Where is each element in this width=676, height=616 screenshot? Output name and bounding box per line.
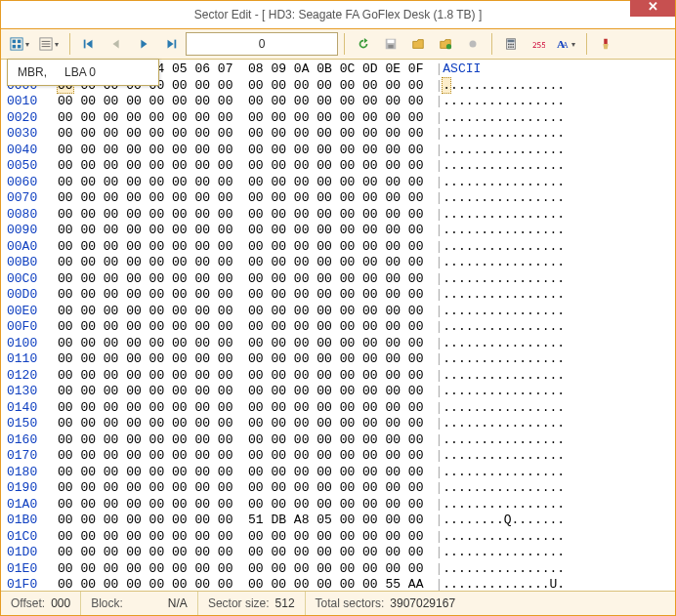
grid-icon — [10, 37, 23, 51]
first-icon — [82, 37, 96, 51]
toolbar: ▾ ▾ 255 AA▾ MBR, LBA 0 — [1, 29, 675, 60]
svg-marker-15 — [364, 38, 368, 43]
open-button[interactable] — [406, 32, 430, 56]
refresh-button[interactable] — [352, 32, 375, 56]
prev-icon — [109, 37, 123, 51]
svg-point-20 — [470, 41, 477, 48]
chevron-down-icon: ▾ — [25, 40, 29, 49]
last-icon — [164, 37, 178, 51]
dropdown-item-mbr[interactable]: MBR, LBA 0 — [8, 60, 158, 85]
save-icon — [384, 37, 398, 51]
status-sector-size: Sector size:512 — [198, 592, 306, 615]
titlebar: Sector Edit - [ HD3: Seagate FA GoFlex D… — [1, 1, 675, 29]
list-mode-button[interactable]: ▾ — [37, 32, 63, 56]
status-total-sectors: Total sectors:3907029167 — [306, 592, 465, 615]
svg-rect-2 — [18, 40, 21, 44]
last-sector-button[interactable] — [159, 32, 183, 56]
svg-point-24 — [510, 44, 512, 46]
svg-rect-3 — [13, 45, 17, 49]
close-button[interactable]: ✕ — [630, 0, 675, 17]
toolbar-separator — [491, 33, 492, 55]
open-folder2-icon — [439, 37, 452, 51]
nav-dropdown: MBR, LBA 0 — [7, 59, 159, 86]
next-icon — [137, 37, 150, 51]
svg-point-23 — [508, 44, 510, 46]
toolbar-separator — [586, 33, 587, 55]
svg-rect-18 — [388, 45, 393, 49]
window-title: Sector Edit - [ HD3: Seagate FA GoFlex D… — [1, 8, 675, 21]
open2-button[interactable] — [434, 32, 457, 56]
svg-rect-14 — [175, 40, 177, 49]
svg-point-25 — [512, 44, 514, 46]
svg-marker-12 — [141, 40, 147, 49]
calculator-icon — [504, 37, 518, 51]
list-icon — [39, 37, 53, 51]
statusbar: Offset:000 Block:N/A Sector size:512 Tot… — [1, 591, 675, 615]
svg-point-26 — [508, 46, 510, 48]
status-block: Block:N/A — [81, 592, 198, 615]
dropdown-col2: LBA 0 — [64, 65, 96, 79]
svg-text:255: 255 — [532, 41, 545, 50]
chevron-down-icon: ▾ — [571, 40, 575, 49]
svg-rect-1 — [13, 40, 17, 44]
calculator-button[interactable] — [499, 32, 523, 56]
sector-edit-window: Sector Edit - [ HD3: Seagate FA GoFlex D… — [0, 0, 676, 616]
brush-button[interactable] — [594, 32, 617, 56]
prev-sector-button[interactable] — [105, 32, 128, 56]
hex-editor[interactable]: Addr00 01 02 03 04 05 06 07 08 09 0A 0B … — [1, 60, 675, 591]
svg-marker-13 — [168, 40, 174, 49]
dot-icon — [466, 37, 480, 51]
svg-marker-10 — [86, 40, 92, 49]
chevron-down-icon: ▾ — [55, 40, 59, 49]
svg-marker-11 — [113, 40, 119, 49]
svg-rect-32 — [604, 39, 608, 44]
font-button[interactable]: AA▾ — [554, 32, 579, 56]
svg-rect-17 — [388, 40, 395, 44]
font-icon: AA — [556, 37, 570, 51]
svg-point-19 — [446, 44, 451, 49]
marker-button[interactable] — [461, 32, 485, 56]
next-sector-button[interactable] — [132, 32, 155, 56]
svg-rect-4 — [18, 45, 21, 49]
svg-rect-22 — [508, 40, 515, 43]
hex-view-button[interactable]: 255 — [527, 32, 550, 56]
first-sector-button[interactable] — [77, 32, 101, 56]
svg-point-27 — [510, 46, 512, 48]
refresh-icon — [357, 37, 370, 51]
save-button[interactable] — [379, 32, 402, 56]
sector-number-input[interactable] — [186, 32, 338, 56]
status-offset: Offset:000 — [1, 592, 81, 615]
brush-icon — [599, 37, 613, 51]
toolbar-separator — [69, 33, 70, 55]
svg-text:A: A — [563, 41, 569, 50]
open-folder-icon — [411, 37, 425, 51]
hex-icon: 255 — [531, 37, 545, 51]
dropdown-col1: MBR, — [18, 65, 47, 79]
svg-point-28 — [512, 46, 514, 48]
view-mode-button[interactable]: ▾ — [8, 32, 33, 56]
svg-rect-9 — [84, 40, 86, 49]
toolbar-separator — [344, 33, 345, 55]
close-icon: ✕ — [648, 0, 658, 14]
